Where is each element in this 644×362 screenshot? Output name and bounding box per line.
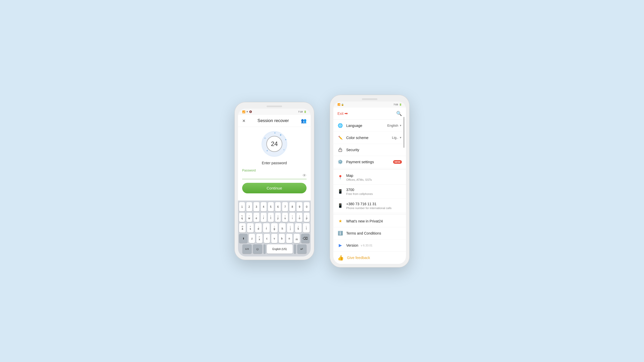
key-q[interactable]: %q [239,213,245,222]
key-u[interactable]: <u [282,213,288,222]
clock-circle: 24 [266,136,282,152]
key-2[interactable]: 2 [246,202,252,211]
color-scheme-value: Lig.. [392,136,399,140]
feedback-row[interactable]: 👍 Give feedback [333,252,406,264]
whats-new-label: What's new in Privat24 [346,219,402,223]
menu-item-language[interactable]: 🌐 Language English ▼ [333,120,406,132]
key-f[interactable]: -f [263,223,270,232]
color-scheme-icon: ✏️ [337,135,343,141]
security-content: Security [346,148,402,152]
key-t[interactable]: [t [268,213,274,222]
key-j[interactable]: {j [287,223,294,232]
key-l[interactable]: (l [303,223,310,232]
clock-number: 24 [271,140,278,148]
key-1[interactable]: 1 [239,202,245,211]
session-title: Session recover [245,118,301,123]
key-h[interactable]: _h [279,223,286,232]
key-b[interactable]: b [279,234,285,243]
key-c[interactable]: c [264,234,270,243]
key-k[interactable]: }k [295,223,302,232]
eye-icon[interactable]: 👁 [302,173,307,178]
password-field-container: Password 👁 [242,169,307,179]
key-r[interactable]: |r [261,213,267,222]
sparkle-tl: + [264,136,266,140]
svg-point-1 [340,150,341,151]
menu-item-map[interactable]: 📍 Map Offices, ATMs, SSTs [333,170,406,185]
enter-key[interactable]: ↵ [297,244,307,254]
payment-settings-label: Payment settings [346,160,390,164]
key-g[interactable]: |g [271,223,278,232]
session-body: + ✦ ✦ + ✦ ✦ 24 Enter password Password 👁 [238,127,311,201]
keyboard-row-asdf: @a #s ~d -f |g _h {j }k (l [239,223,310,232]
map-icon: 📍 [337,175,343,180]
intl-phone-label: +380 73 716 11 31 [346,202,402,206]
menu-item-3700[interactable]: 📱 3700 Free from cellphones [333,185,406,199]
key-d[interactable]: ~d [255,223,262,232]
feedback-label: Give feedback [347,256,370,260]
color-scheme-content: Color scheme [346,136,389,140]
time-display: 7:18 [298,110,303,113]
menu-item-whats-new[interactable]: ★ What's new in Privat24 [333,215,406,227]
key-p[interactable]: }p [304,213,310,222]
exit-arrow-icon: ➡ [344,111,348,116]
security-icon [337,147,343,153]
key-4[interactable]: 4 [261,202,267,211]
avatar-icon: 👥 [301,118,307,124]
key-5[interactable]: 5 [268,202,274,211]
map-label: Map [346,174,402,178]
key-z[interactable]: z [249,234,255,243]
exit-label: Exit [337,111,343,116]
key-w[interactable]: ^w [246,213,252,222]
password-input-row: 👁 [242,173,307,179]
shift-key[interactable]: ⬆ [239,234,248,243]
backspace-key[interactable]: ⌫ [301,234,310,243]
key-7[interactable]: 7 [282,202,288,211]
menu-item-color-scheme[interactable]: ✏️ Color scheme Lig.. ▼ [333,132,406,144]
terms-content: Terms and Conditions [346,231,402,235]
payment-settings-right: NEW [393,160,402,164]
key-i[interactable]: >i [289,213,295,222]
exit-button[interactable]: Exit ➡ [337,111,348,116]
time-display-right: 7:03 [393,103,398,106]
key-v[interactable]: v [271,234,277,243]
status-text-left: ✈ 🔇 [246,110,252,113]
diamond-right: ✦ [285,138,287,141]
key-s[interactable]: #s [247,223,254,232]
emoji-key[interactable]: ☺ [253,244,262,254]
key-3[interactable]: 3 [253,202,259,211]
menu-item-intl-phone[interactable]: 📱 +380 73 716 11 31 Phone number for int… [333,199,406,213]
whats-new-content: What's new in Privat24 [346,219,402,223]
continue-button[interactable]: Continue [242,183,307,193]
color-scheme-dropdown-arrow: ▼ [399,136,402,139]
language-label: Language [346,124,384,128]
key-8[interactable]: 8 [289,202,295,211]
key-e[interactable]: ~e [253,213,259,222]
version-content: Version v 6.33.01 [346,243,402,247]
period-key[interactable] [294,244,296,254]
key-0[interactable]: 0 [304,202,310,211]
battery-icon-right: 🔋 [399,103,402,106]
spacebar[interactable]: English (US) [267,244,293,254]
menu-item-terms[interactable]: ℹ️ Terms and Conditions [333,227,406,239]
signal-icon: 📶 [242,110,245,113]
key-6[interactable]: 6 [275,202,281,211]
search-button[interactable]: 🔍 [396,111,402,116]
intl-phone-icon: 📱 [337,203,343,209]
password-input[interactable] [242,174,302,178]
key-a[interactable]: @a [239,223,246,232]
menu-item-security[interactable]: Security [333,144,406,156]
menu-item-payment-settings[interactable]: ⚙️ Payment settings NEW [333,156,406,168]
close-button[interactable]: ✕ [242,118,245,123]
phone-3700-label: 3700 [346,188,402,192]
key-m[interactable]: :m [294,234,300,243]
clock-widget: + ✦ ✦ + ✦ ✦ 24 [261,131,287,157]
key-x[interactable]: Px [256,234,262,243]
key-o[interactable]: {o [296,213,302,222]
section-divider-1 [333,169,406,169]
mic-key[interactable] [264,244,266,254]
key-y[interactable]: ]y [275,213,281,222]
version-number: v 6.33.01 [361,244,372,247]
numbers-switch-key[interactable]: 123 [242,244,252,254]
key-n[interactable]: n [286,234,292,243]
key-9[interactable]: 9 [296,202,302,211]
